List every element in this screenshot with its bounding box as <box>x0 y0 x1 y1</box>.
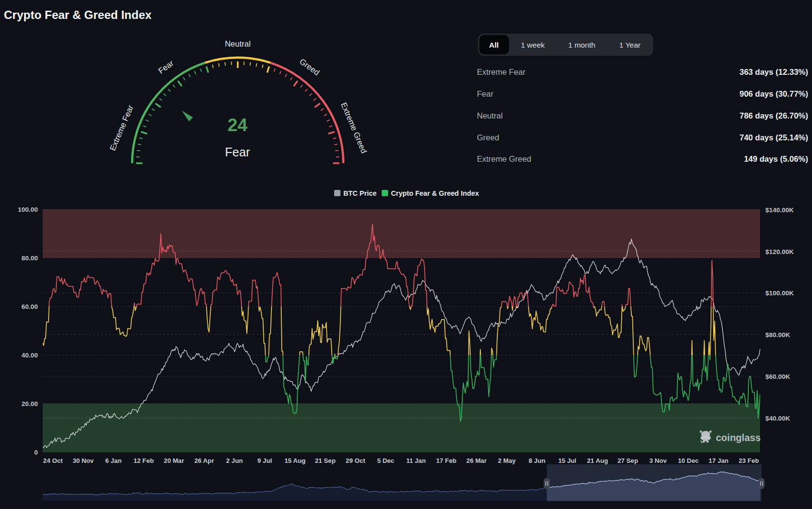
svg-text:5 Dec: 5 Dec <box>377 457 394 464</box>
svg-text:2 Jun: 2 Jun <box>226 457 243 464</box>
svg-text:26 Apr: 26 Apr <box>194 457 214 464</box>
svg-text:10 Dec: 10 Dec <box>678 457 699 464</box>
svg-text:9 Jul: 9 Jul <box>257 457 272 464</box>
svg-text:906 days (30.77%): 906 days (30.77%) <box>740 89 808 98</box>
svg-text:Neutral: Neutral <box>225 39 251 48</box>
svg-text:21 Aug: 21 Aug <box>587 457 608 464</box>
svg-text:$40.00K: $40.00K <box>765 415 790 422</box>
svg-text:$140.00K: $140.00K <box>765 206 794 214</box>
svg-text:17 Jan: 17 Jan <box>709 457 728 464</box>
svg-text:100.00: 100.00 <box>18 206 38 213</box>
svg-text:BTC Price: BTC Price <box>343 189 376 197</box>
svg-text:Fear: Fear <box>477 89 493 98</box>
svg-text:11 Jan: 11 Jan <box>406 457 425 464</box>
svg-text:$60.00K: $60.00K <box>765 373 790 380</box>
svg-text:8 Jun: 8 Jun <box>529 457 545 464</box>
svg-text:Extreme Fear: Extreme Fear <box>477 68 525 76</box>
svg-text:30 Nov: 30 Nov <box>73 457 94 464</box>
svg-text:Extreme Greed: Extreme Greed <box>477 154 531 163</box>
svg-text:786 days (26.70%): 786 days (26.70%) <box>740 111 808 120</box>
svg-text:24 Oct: 24 Oct <box>43 457 63 464</box>
svg-text:Crypto Fear & Greed Index: Crypto Fear & Greed Index <box>4 8 152 21</box>
svg-text:1 week: 1 week <box>521 41 544 49</box>
svg-text:12 Feb: 12 Feb <box>134 457 154 464</box>
svg-text:coinglass: coinglass <box>716 432 761 443</box>
svg-text:149 days (5.06%): 149 days (5.06%) <box>744 154 808 163</box>
svg-text:21 Sep: 21 Sep <box>315 457 336 464</box>
svg-text:All: All <box>489 41 499 49</box>
svg-text:363 days (12.33%): 363 days (12.33%) <box>740 68 808 76</box>
svg-text:29 Oct: 29 Oct <box>346 457 366 464</box>
svg-text:27 Sep: 27 Sep <box>617 457 638 464</box>
svg-text:15 Aug: 15 Aug <box>285 457 305 464</box>
svg-text:Neutral: Neutral <box>477 111 503 120</box>
svg-text:$80.00K: $80.00K <box>765 331 790 339</box>
svg-text:40.00: 40.00 <box>21 352 38 359</box>
svg-text:$120.00K: $120.00K <box>765 248 794 255</box>
svg-text:3 Nov: 3 Nov <box>649 457 667 464</box>
svg-text:17 Feb: 17 Feb <box>436 457 457 464</box>
svg-text:740 days (25.14%): 740 days (25.14%) <box>740 133 808 142</box>
svg-text:15 Jul: 15 Jul <box>558 457 576 464</box>
svg-text:$100.00K: $100.00K <box>765 289 794 297</box>
svg-text:60.00: 60.00 <box>21 303 38 310</box>
svg-text:24: 24 <box>227 115 248 135</box>
svg-text:26 Mar: 26 Mar <box>466 457 487 464</box>
svg-text:Crypto Fear & Greed Index: Crypto Fear & Greed Index <box>391 189 479 197</box>
svg-text:80.00: 80.00 <box>21 254 38 262</box>
svg-text:20 Mar: 20 Mar <box>164 457 184 464</box>
svg-text:2 May: 2 May <box>498 457 516 464</box>
svg-text:1 month: 1 month <box>568 41 595 49</box>
svg-text:1 Year: 1 Year <box>619 41 641 49</box>
svg-text:0: 0 <box>34 449 38 456</box>
svg-text:23 Feb: 23 Feb <box>739 457 759 464</box>
svg-text:Fear: Fear <box>225 145 250 159</box>
svg-text:Greed: Greed <box>477 133 499 142</box>
svg-text:20.00: 20.00 <box>21 400 38 407</box>
svg-text:6 Jan: 6 Jan <box>105 457 122 464</box>
